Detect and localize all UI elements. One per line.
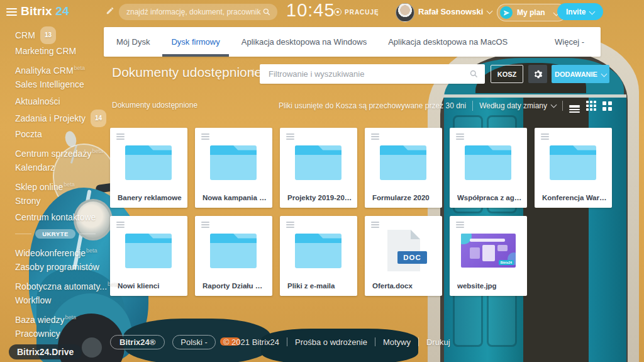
sidebar-item-centrum-sprzeda-y[interactable]: Centrum sprzedażybeta (15, 143, 104, 159)
file-name: Nowa kampania rekla... (203, 194, 267, 201)
footer-brand-button[interactable]: Bitrix24® (110, 335, 165, 349)
tile-menu-icon[interactable] (456, 133, 464, 141)
folder-tile[interactable]: Raporty Działu Marketi... (195, 216, 272, 296)
tab-macos-app[interactable]: Aplikacja desktopowa na MacOS (388, 27, 508, 57)
view-grid-icon[interactable] (586, 101, 596, 111)
sidebar-item-workflow[interactable]: Workflow (15, 292, 104, 308)
search-icon[interactable] (469, 69, 479, 79)
beta-tag: beta (64, 181, 75, 188)
tile-menu-icon[interactable] (116, 133, 125, 141)
doc-type-badge: DOC (397, 251, 427, 264)
divider (287, 337, 287, 346)
filter-search[interactable] (260, 64, 485, 84)
global-search[interactable] (119, 4, 277, 20)
tab-windows-app[interactable]: Aplikacja desktopowa na Windows (242, 27, 367, 57)
themes-link[interactable]: Motywy (383, 337, 411, 347)
sidebar-item-wideokonferencje[interactable]: Wideokonferencjebeta (15, 242, 104, 259)
tile-menu-icon[interactable] (116, 222, 125, 229)
sidebar-item-sklep-online[interactable]: Sklep onlinebeta (15, 176, 104, 193)
logo-number: 24 (55, 4, 69, 18)
settings-button[interactable] (528, 65, 547, 83)
language-selector[interactable]: Polski - (172, 335, 216, 349)
print-link[interactable]: Drukuj (426, 337, 450, 347)
sidebar-item-label: CRM (15, 30, 35, 40)
tile-menu-icon[interactable] (286, 222, 294, 229)
file-tile[interactable]: Bitrix24website.jpg (450, 216, 527, 296)
folder-tile[interactable]: Konferencja Warszawa... (535, 128, 612, 208)
sidebar-item-pracownicy[interactable]: Pracownicy (15, 325, 104, 342)
counter-badge: 13 (40, 26, 56, 44)
file-tile[interactable]: DOCOferta.docx (365, 216, 442, 296)
thumbnail-watermark: Bitrix24 (499, 260, 514, 265)
global-search-input[interactable] (125, 7, 262, 17)
page-header: Dokumenty udostępnione ☆ KOSZ DODAWANIE (0, 63, 644, 86)
folder-tile[interactable]: Nowi klienci (110, 216, 187, 296)
sidebar-item-kalendarz[interactable]: Kalendarz (15, 159, 104, 176)
divider (375, 337, 375, 346)
hamburger-menu-icon[interactable] (6, 8, 17, 16)
copyright: © 2021 Bitrix24 (223, 337, 279, 347)
sidebar-item-crm[interactable]: CRM13 (15, 26, 104, 43)
work-status[interactable]: PRACUJĘ (334, 8, 379, 16)
file-name: Projekty 2019-2020 (287, 194, 352, 201)
folder-tile[interactable]: Banery reklamowe (110, 128, 187, 208)
add-button[interactable]: DODAWANIE (552, 65, 609, 83)
folder-icon (125, 145, 172, 180)
view-list-icon[interactable] (569, 104, 580, 108)
breadcrumb[interactable]: Dokumenty udostępnione (112, 101, 197, 110)
hidden-section-divider[interactable]: UKRYTE (15, 226, 96, 242)
sidebar-item-poczta[interactable]: Poczta (15, 126, 104, 142)
sidebar-item-zasoby-programist-w[interactable]: Zasoby programistów (15, 259, 104, 275)
page-title: Dokumenty udostępnione (112, 65, 262, 80)
divider (562, 101, 563, 111)
sort-dropdown[interactable]: Według daty zmiany (479, 101, 556, 110)
tile-menu-icon[interactable] (456, 222, 464, 229)
folder-icon (210, 234, 257, 268)
tile-menu-icon[interactable] (286, 133, 294, 141)
sidebar-item-label: Sklep online (15, 181, 63, 191)
search-icon[interactable] (262, 8, 271, 16)
footer: Bitrix24® Polski - © 2021 Bitrix24 Prośb… (110, 334, 450, 350)
clock[interactable]: 10:45 (286, 0, 335, 21)
folder-tile[interactable]: Nowa kampania rekla... (195, 128, 272, 208)
sidebar-item-robotyczna-automaty-[interactable]: Robotyczna automaty...beta (15, 276, 104, 292)
bitrix-logo[interactable]: Bitrix 24 (21, 4, 69, 18)
file-name: Konferencja Warszawa... (542, 194, 607, 201)
trash-retention-info: Pliki usunięte do Kosza są przechowywane… (279, 101, 466, 110)
sidebar-item-baza-wiedzy[interactable]: Baza wiedzybeta (15, 309, 104, 325)
user-avatar[interactable] (396, 3, 414, 22)
my-plan-button[interactable]: My plan (497, 4, 567, 21)
tile-menu-icon[interactable] (371, 222, 379, 229)
tile-menu-icon[interactable] (371, 133, 379, 141)
folder-tile[interactable]: Formularze 2020 (365, 128, 442, 208)
sidebar-item-bitrix24-drive[interactable]: Bitrix24.Drive (15, 344, 104, 360)
implementation-request-link[interactable]: Prośba o wdrożenie (295, 337, 367, 347)
trash-button[interactable]: KOSZ (491, 65, 523, 83)
user-menu[interactable]: Rafał Sosnowski (418, 7, 492, 16)
folder-tile[interactable]: Współpraca z agencją 2... (450, 128, 527, 208)
favorite-star-icon[interactable]: ☆ (249, 67, 257, 78)
sort-label: Według daty zmiany (479, 101, 547, 110)
top-bar: Bitrix 24 10:45 PRACUJĘ Rafał Sosnowski … (0, 0, 644, 24)
tab-dysk-firmowy[interactable]: Dysk firmowy (171, 27, 219, 57)
folder-tile[interactable]: Pliki z e-maila (280, 216, 357, 296)
right-rail: ? 10 24 (613, 0, 644, 362)
tab-moj-dysk[interactable]: Mój Dysk (116, 27, 150, 57)
tile-menu-icon[interactable] (541, 133, 549, 141)
tab-more-menu[interactable]: Więcej - (555, 37, 584, 47)
sidebar-item-label: Pracownicy (15, 329, 60, 339)
folder-tile[interactable]: Projekty 2019-2020 (280, 128, 357, 208)
tile-menu-icon[interactable] (201, 133, 209, 141)
sidebar-item-strony[interactable]: Strony (15, 193, 104, 209)
edit-pencil-icon[interactable] (106, 6, 114, 18)
file-name: Nowi klienci (118, 282, 182, 290)
invite-button[interactable]: Invite (557, 3, 603, 20)
tile-menu-icon[interactable] (201, 222, 209, 229)
view-tiles-icon[interactable] (602, 101, 612, 111)
divider-line (79, 234, 96, 234)
sidebar-item-label: Zadania i Projekty (15, 113, 86, 123)
sidebar-item-label: Centrum sprzedaży (15, 148, 91, 158)
sidebar-item-marketing-crm[interactable]: Marketing CRM (15, 43, 104, 59)
filter-search-input[interactable] (267, 69, 469, 79)
sidebar-item-centrum-kontaktowe[interactable]: Centrum kontaktowe (15, 209, 104, 225)
